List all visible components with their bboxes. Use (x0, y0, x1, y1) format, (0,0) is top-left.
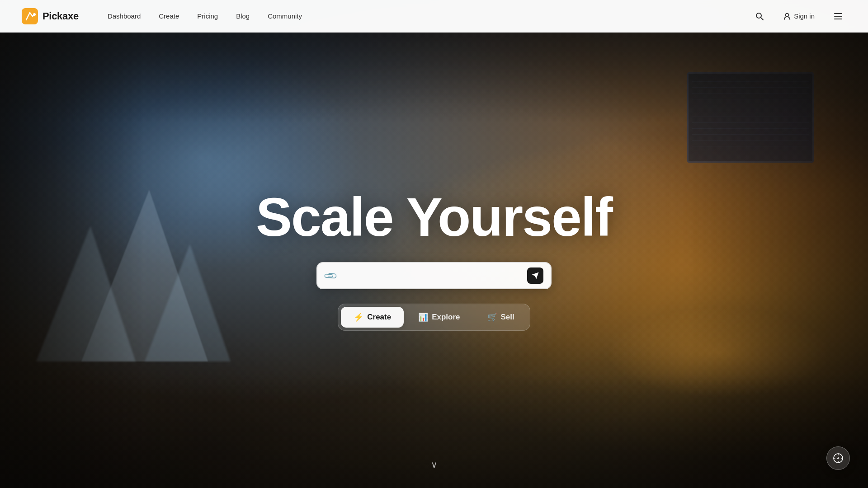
explore-icon: 📊 (418, 312, 428, 322)
logo[interactable]: Pickaxe (22, 8, 79, 24)
nav-blog[interactable]: Blog (229, 9, 257, 23)
svg-rect-0 (22, 8, 38, 24)
cta-create-button[interactable]: ⚡ Create (341, 307, 404, 328)
svg-point-5 (838, 458, 839, 459)
create-icon: ⚡ (354, 312, 363, 322)
sign-in-label: Sign in (794, 12, 815, 20)
sell-label: Sell (501, 313, 514, 322)
floating-compass-button[interactable] (826, 446, 850, 470)
hamburger-icon (833, 11, 843, 21)
svg-point-1 (33, 13, 36, 16)
create-label: Create (367, 313, 391, 322)
nav-pricing[interactable]: Pricing (190, 9, 225, 23)
nav-community[interactable]: Community (260, 9, 309, 23)
cta-buttons: ⚡ Create 📊 Explore 🛒 Sell (338, 304, 530, 331)
logo-text: Pickaxe (42, 10, 79, 22)
sell-icon: 🛒 (487, 312, 497, 322)
hero-content: Scale Yourself 📎 ⚡ Create 📊 Explore 🛒 Se… (0, 33, 868, 488)
hero-title: Scale Yourself (256, 190, 612, 244)
menu-button[interactable] (830, 8, 846, 24)
svg-point-3 (786, 13, 789, 16)
cta-sell-button[interactable]: 🛒 Sell (475, 307, 527, 328)
nav-links: Dashboard Create Pricing Blog Community (100, 9, 751, 23)
nav-right: Sign in (751, 8, 846, 24)
nav-dashboard[interactable]: Dashboard (100, 9, 148, 23)
cta-explore-button[interactable]: 📊 Explore (406, 307, 472, 328)
send-icon (531, 272, 539, 280)
search-button[interactable] (751, 8, 768, 24)
send-button[interactable] (527, 267, 543, 284)
search-icon (755, 12, 764, 21)
search-container: 📎 (316, 262, 552, 289)
nav-create[interactable]: Create (151, 9, 186, 23)
logo-icon (22, 8, 38, 24)
explore-label: Explore (432, 313, 460, 322)
search-bar: 📎 (316, 262, 552, 289)
attach-icon[interactable]: 📎 (322, 268, 338, 284)
user-icon (783, 12, 791, 20)
navbar: Pickaxe Dashboard Create Pricing Blog Co… (0, 0, 868, 33)
search-input[interactable] (341, 272, 522, 280)
scroll-indicator[interactable]: ∨ (431, 459, 438, 470)
compass-icon (833, 453, 844, 464)
sign-in-button[interactable]: Sign in (777, 9, 821, 24)
